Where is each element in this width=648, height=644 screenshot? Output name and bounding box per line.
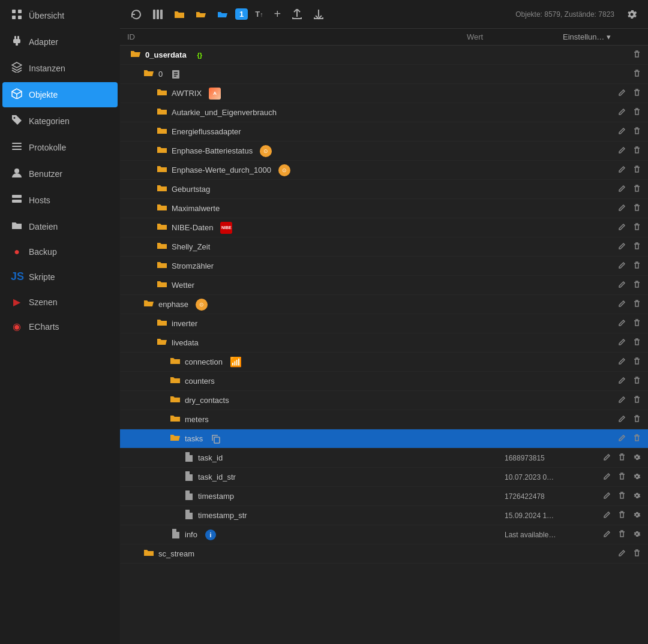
- delete-button[interactable]: [631, 203, 643, 215]
- delete-button[interactable]: [616, 510, 628, 522]
- edit-button[interactable]: [601, 471, 613, 483]
- delete-button[interactable]: [631, 318, 643, 330]
- tree-row[interactable]: livedata: [120, 333, 648, 353]
- edit-button[interactable]: [616, 433, 628, 445]
- delete-button[interactable]: [616, 452, 628, 464]
- delete-button[interactable]: [631, 222, 643, 234]
- edit-button[interactable]: [616, 164, 628, 176]
- sidebar-item-protokolle[interactable]: Protokolle: [2, 135, 118, 160]
- edit-button[interactable]: [601, 490, 613, 502]
- columns-button[interactable]: [149, 7, 167, 22]
- delete-button[interactable]: [631, 49, 643, 61]
- col-einstellung-header[interactable]: Einstellun… ▾: [563, 32, 641, 41]
- tree-row[interactable]: inverter: [120, 314, 648, 333]
- sidebar-item-dateien[interactable]: Dateien: [2, 214, 118, 239]
- delete-button[interactable]: [631, 126, 643, 138]
- delete-button[interactable]: [631, 183, 643, 195]
- delete-button[interactable]: [631, 337, 643, 349]
- edit-button[interactable]: [601, 510, 613, 522]
- sidebar-item-objekte[interactable]: Objekte: [2, 82, 118, 107]
- tree-row[interactable]: NIBE-DatenNIBE: [120, 218, 648, 237]
- tree-row[interactable]: task_id1688973815: [120, 449, 648, 468]
- tree-row[interactable]: 0: [120, 65, 648, 84]
- settings-gear-button[interactable]: [623, 7, 641, 22]
- edit-button[interactable]: [616, 337, 628, 349]
- tree-row[interactable]: Geburtstag: [120, 180, 648, 199]
- edit-button[interactable]: [616, 395, 628, 407]
- delete-button[interactable]: [631, 68, 643, 80]
- delete-button[interactable]: [631, 375, 643, 387]
- text-sort-button[interactable]: T↑: [251, 7, 266, 21]
- delete-button[interactable]: [631, 145, 643, 157]
- tree-row[interactable]: task_id_str10.07.2023 0…: [120, 468, 648, 487]
- sidebar-item-hosts[interactable]: Hosts: [2, 188, 118, 213]
- sidebar-item-benutzer[interactable]: Benutzer: [2, 161, 118, 186]
- folder-blue-button[interactable]: [214, 7, 232, 22]
- edit-button[interactable]: [616, 299, 628, 311]
- tree-row[interactable]: Enphase-Werte_durch_1000⊙: [120, 161, 648, 180]
- edit-button[interactable]: [616, 260, 628, 272]
- sidebar-item-szenen[interactable]: ▶ Szenen: [2, 290, 118, 314]
- edit-button[interactable]: [616, 548, 628, 560]
- gear-settings-button[interactable]: [631, 510, 643, 522]
- tree-row[interactable]: Enphase-Batteriestatus⊙: [120, 142, 648, 161]
- delete-button[interactable]: [631, 260, 643, 272]
- gear-settings-button[interactable]: [631, 452, 643, 464]
- delete-button[interactable]: [631, 107, 643, 119]
- tree-row[interactable]: enphase⊙: [120, 295, 648, 314]
- delete-button[interactable]: [631, 414, 643, 426]
- gear-settings-button[interactable]: [631, 471, 643, 483]
- tree-row[interactable]: dry_contacts: [120, 391, 648, 410]
- folder-open-button[interactable]: [192, 7, 210, 22]
- delete-button[interactable]: [631, 548, 643, 560]
- tree-row[interactable]: timestamp1726422478: [120, 487, 648, 506]
- edit-button[interactable]: [616, 126, 628, 138]
- sidebar-item-uebersicht[interactable]: Übersicht: [2, 3, 118, 28]
- edit-button[interactable]: [601, 529, 613, 541]
- gear-settings-button[interactable]: [631, 490, 643, 502]
- sidebar-item-skripte[interactable]: JS Skripte: [2, 264, 118, 289]
- edit-button[interactable]: [616, 279, 628, 291]
- delete-button[interactable]: [631, 356, 643, 368]
- edit-button[interactable]: [616, 414, 628, 426]
- tree-row[interactable]: Energieflussadapter: [120, 122, 648, 142]
- delete-button[interactable]: [631, 299, 643, 311]
- tree-row[interactable]: tasks: [120, 429, 648, 449]
- edit-button[interactable]: [616, 375, 628, 387]
- sidebar-item-backup[interactable]: ● Backup: [2, 240, 118, 263]
- tree-row[interactable]: Wetter: [120, 276, 648, 295]
- tree-row[interactable]: sc_stream: [120, 544, 648, 564]
- delete-button[interactable]: [631, 164, 643, 176]
- add-button[interactable]: +: [271, 5, 285, 23]
- tree-row[interactable]: Shelly_Zeit: [120, 237, 648, 257]
- tree-row[interactable]: meters: [120, 410, 648, 429]
- edit-button[interactable]: [616, 107, 628, 119]
- delete-button[interactable]: [631, 279, 643, 291]
- sidebar-item-adapter[interactable]: Adapter: [2, 29, 118, 55]
- download-button[interactable]: [310, 7, 328, 22]
- tree-row[interactable]: connection📶: [120, 353, 648, 372]
- tree-row[interactable]: infoiLast available…: [120, 525, 648, 544]
- sidebar-item-instanzen[interactable]: Instanzen: [2, 56, 118, 81]
- delete-button[interactable]: [616, 529, 628, 541]
- sidebar-item-echarts[interactable]: ◉ ECharts: [2, 315, 118, 338]
- tree-row[interactable]: counters: [120, 372, 648, 391]
- tree-row[interactable]: Stromzähler: [120, 257, 648, 276]
- folder-closed-button[interactable]: [170, 7, 188, 22]
- tree-row[interactable]: Autarkie_und_Eigenverbrauch: [120, 103, 648, 122]
- tree-row[interactable]: AWTRIXA: [120, 84, 648, 103]
- sidebar-item-kategorien[interactable]: Kategorien: [2, 109, 118, 134]
- edit-button[interactable]: [616, 183, 628, 195]
- edit-button[interactable]: [616, 145, 628, 157]
- edit-button[interactable]: [616, 222, 628, 234]
- edit-button[interactable]: [616, 241, 628, 253]
- refresh-button[interactable]: [127, 7, 145, 22]
- upload-button[interactable]: [288, 7, 306, 22]
- tree-row[interactable]: 0_userdata{}: [120, 46, 648, 65]
- edit-button[interactable]: [616, 203, 628, 215]
- delete-button[interactable]: [616, 490, 628, 502]
- delete-button[interactable]: [631, 88, 643, 100]
- delete-button[interactable]: [631, 241, 643, 253]
- gear-settings-button[interactable]: [631, 529, 643, 541]
- delete-button[interactable]: [616, 471, 628, 483]
